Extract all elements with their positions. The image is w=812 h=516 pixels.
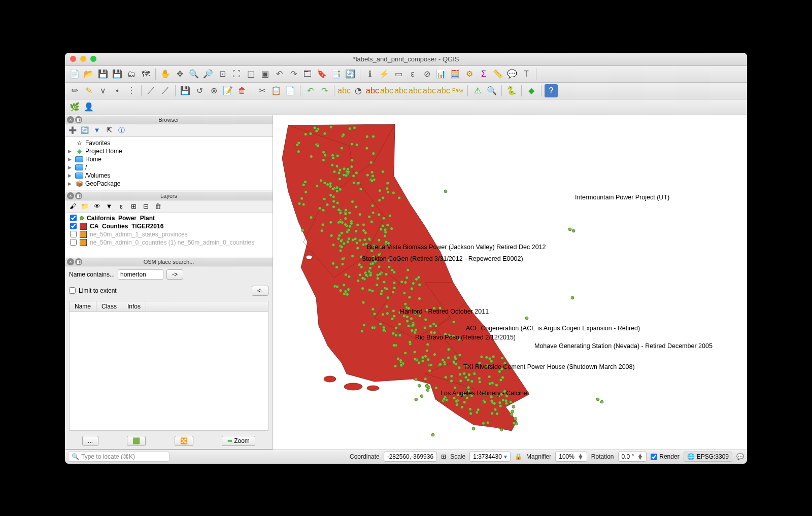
save-edits-icon[interactable]: ∨ [96, 84, 110, 97]
plugins-icon[interactable]: ◆ [525, 84, 538, 97]
identify-icon[interactable]: ℹ [363, 67, 377, 81]
map-canvas[interactable]: Intermountain Power Project (UT)Buena Vi… [273, 115, 747, 450]
osm-mask-button[interactable]: 🟩 [127, 436, 146, 446]
toolbox-icon[interactable]: ⚙ [463, 67, 476, 81]
digitize-line-icon[interactable]: ／ [145, 84, 158, 97]
osm-undock-button[interactable]: ◧ [75, 258, 82, 265]
magnifier-field[interactable]: 100%▲▼ [555, 452, 587, 462]
label-diagram-icon[interactable]: ◔ [352, 84, 365, 97]
render-checkbox[interactable] [651, 454, 657, 460]
pan-selection-icon[interactable]: ✥ [173, 67, 186, 81]
save-as-icon[interactable]: 💾 [111, 67, 124, 81]
zoom-layer-icon[interactable]: ▣ [258, 67, 272, 81]
layers-close-button[interactable]: × [67, 192, 74, 199]
rotation-field[interactable]: 0.0 °▲▼ [618, 452, 647, 462]
layers-remove-icon[interactable]: 🗑 [153, 202, 162, 211]
select-icon[interactable]: ▭ [392, 67, 405, 81]
easy-label-icon[interactable]: Easy [451, 84, 464, 97]
measure-icon[interactable]: 📏 [491, 67, 504, 81]
zoom-last-icon[interactable]: ↶ [273, 67, 286, 81]
layers-expr-icon[interactable]: ε [117, 202, 126, 211]
rollback-icon[interactable]: ↺ [193, 84, 206, 97]
open-project-icon[interactable]: 📂 [82, 67, 95, 81]
browser-add-icon[interactable]: ➕ [68, 126, 77, 135]
undo-icon[interactable]: ↶ [303, 84, 317, 97]
annotation-icon[interactable]: T [520, 67, 533, 81]
osm-close-button[interactable]: × [67, 258, 74, 265]
zoom-next-icon[interactable]: ↷ [287, 67, 300, 81]
edits-icon[interactable]: ✏ [68, 84, 81, 97]
browser-filter-icon[interactable]: ▼ [92, 126, 101, 135]
label-highlight-icon[interactable]: abc [366, 84, 379, 97]
crs-button[interactable]: 🌐EPSG:3309 [684, 452, 732, 462]
layout-manager-icon[interactable]: 🗺 [139, 67, 152, 81]
lock-icon[interactable]: 🔒 [515, 453, 522, 460]
layer-item[interactable]: ne_50m_admin_1_states_provinces [65, 230, 273, 238]
browser-refresh-icon[interactable]: 🔄 [80, 126, 89, 135]
warning-icon[interactable]: ⚠ [471, 84, 484, 97]
zoom-native-icon[interactable]: ⊡ [216, 67, 229, 81]
print-layout-icon[interactable]: 🗂 [125, 67, 138, 81]
browser-tree[interactable]: ☆Favorites ▶◆Project Home ▶Home ▶/ ▶/Vol… [65, 137, 273, 190]
new-project-icon[interactable]: 📄 [68, 67, 81, 81]
name-contains-input[interactable] [118, 269, 163, 280]
layer-visibility-checkbox[interactable] [70, 239, 77, 246]
scale-field[interactable]: 1:3734430▾ [469, 452, 511, 462]
zoom-selection-icon[interactable]: ◫ [244, 67, 257, 81]
refresh-icon[interactable]: 🔄 [344, 67, 357, 81]
browser-collapse-icon[interactable]: ⇱ [105, 126, 114, 135]
layer-visibility-checkbox[interactable] [70, 215, 77, 221]
locator-input[interactable]: 🔍 Type to locate (⌘K) [68, 452, 170, 462]
qms-icon[interactable]: 🔍 [485, 84, 498, 97]
zoom-in-icon[interactable]: 🔍 [187, 67, 200, 81]
field-calc-icon[interactable]: 🧮 [449, 67, 462, 81]
layers-undock-button[interactable]: ◧ [75, 192, 82, 199]
new-bookmark-icon[interactable]: 🔖 [315, 67, 328, 81]
toggle-edit-icon[interactable]: ✎ [82, 84, 95, 97]
stats-icon[interactable]: Σ [477, 67, 490, 81]
zoom-out-icon[interactable]: 🔎 [201, 67, 215, 81]
add-feature-icon[interactable]: • [111, 84, 124, 97]
search-back-button[interactable]: <- [252, 286, 268, 296]
label-change-icon[interactable]: abc [437, 84, 450, 97]
layer-item[interactable]: ne_50m_admin_0_countries (1) ne_50m_admi… [65, 238, 273, 247]
layers-expand-icon[interactable]: ⊞ [129, 202, 138, 211]
modify-attr-icon[interactable]: 📝 [221, 84, 234, 97]
label-layer-icon[interactable]: abc [337, 84, 351, 97]
layers-add-group-icon[interactable]: 📁 [80, 202, 89, 211]
deselect-icon[interactable]: ⊘ [420, 67, 433, 81]
node-tool-icon[interactable]: ⋮ [125, 84, 138, 97]
select-expr-icon[interactable]: ε [406, 67, 419, 81]
new-map-view-icon[interactable]: 🗔 [301, 67, 314, 81]
map-tips-icon[interactable]: 💬 [505, 67, 519, 81]
label-showhide-icon[interactable]: abc [394, 84, 408, 97]
paste-icon[interactable]: 📄 [284, 84, 297, 97]
layers-style-icon[interactable]: 🖌 [68, 202, 77, 211]
save-icon[interactable]: 💾 [96, 67, 110, 81]
browser-properties-icon[interactable]: ⓘ [117, 126, 126, 135]
osm-more-button[interactable]: ... [82, 436, 98, 446]
label-rotate-icon[interactable]: abc [423, 84, 436, 97]
zoom-full-icon[interactable]: ⛶ [230, 67, 243, 81]
osm-swap-button[interactable]: 🔀 [175, 436, 193, 446]
browser-close-button[interactable]: × [67, 116, 74, 123]
cancel-edits-icon[interactable]: ⊗ [207, 84, 220, 97]
cut-icon[interactable]: ✂ [255, 84, 268, 97]
layers-collapse-icon[interactable]: ⊟ [141, 202, 150, 211]
label-move-icon[interactable]: abc [409, 84, 422, 97]
layer-item[interactable]: California_Power_Plant [65, 214, 273, 222]
bookmarks-icon[interactable]: 📑 [329, 67, 343, 81]
messages-icon[interactable]: 💬 [736, 453, 744, 460]
quickosm-icon[interactable]: 🌿 [68, 100, 81, 114]
layer-visibility-checkbox[interactable] [70, 223, 77, 229]
delete-icon[interactable]: 🗑 [235, 84, 249, 97]
help-icon[interactable]: ? [545, 84, 558, 97]
label-pin-icon[interactable]: abc [380, 84, 393, 97]
search-go-button[interactable]: -> [166, 269, 183, 280]
layer-item[interactable]: CA_Counties_TIGER2016 [65, 222, 273, 230]
digitize-poly-icon[interactable]: ／ [159, 84, 172, 97]
save-layer-icon[interactable]: 💾 [179, 84, 192, 97]
layers-visibility-icon[interactable]: 👁 [92, 202, 101, 211]
osm-tool-icon[interactable]: 👤 [82, 100, 95, 114]
osm-results-table[interactable]: Name Class Infos [69, 301, 268, 431]
